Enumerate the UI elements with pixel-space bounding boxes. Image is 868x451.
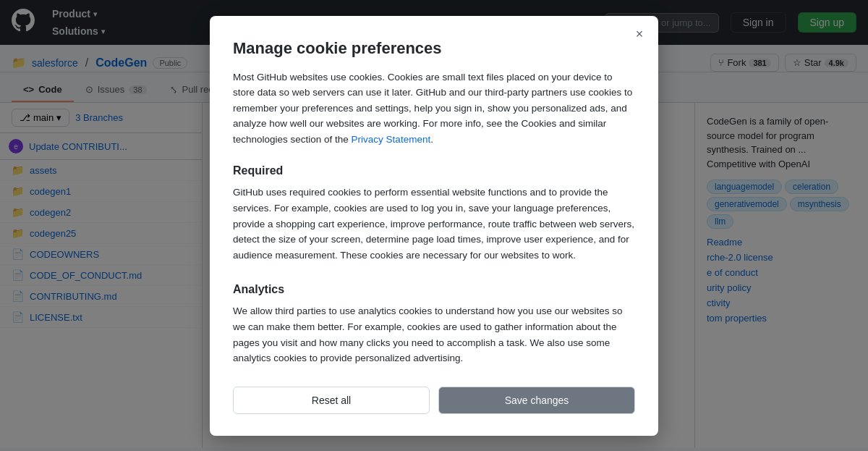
analytics-section-title: Analytics [233, 283, 635, 296]
modal-title: Manage cookie preferences [233, 39, 635, 58]
modal-overlay[interactable]: × Manage cookie preferences Most GitHub … [0, 0, 868, 448]
reset-all-button[interactable]: Reset all [233, 387, 430, 414]
modal-close-button[interactable]: × [629, 25, 650, 45]
required-section-title: Required [233, 164, 635, 177]
required-section-text: GitHub uses required cookies to perform … [233, 185, 635, 263]
privacy-statement-link[interactable]: Privacy Statement [352, 134, 431, 145]
cookie-modal: × Manage cookie preferences Most GitHub … [210, 16, 658, 436]
modal-intro-text: Most GitHub websites use cookies. Cookie… [233, 69, 635, 148]
analytics-section-text: We allow third parties to use analytics … [233, 303, 635, 366]
save-changes-button[interactable]: Save changes [438, 387, 635, 414]
modal-footer: Reset all Save changes [233, 387, 635, 414]
